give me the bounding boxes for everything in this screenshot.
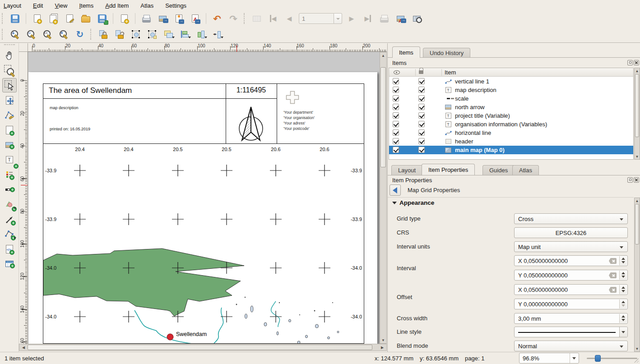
- move-item-content-button[interactable]: [2, 93, 17, 107]
- zoom-dropdown-arrow[interactable]: [570, 353, 579, 363]
- refresh-button[interactable]: [73, 28, 87, 41]
- toolbar-grip[interactable]: [2, 29, 5, 40]
- close-panel-button[interactable]: [634, 60, 639, 65]
- redo-button[interactable]: [227, 12, 240, 25]
- last-feature-button[interactable]: [361, 12, 375, 25]
- menu-settings[interactable]: Settings: [165, 2, 186, 9]
- scroll-up-button[interactable]: ▲: [635, 68, 640, 74]
- add-scalebar-button[interactable]: [2, 182, 17, 197]
- clear-icon[interactable]: [609, 287, 617, 293]
- toolbar-grip[interactable]: [4, 44, 15, 47]
- atlas-page-input[interactable]: 1: [299, 13, 334, 24]
- export-svg-button[interactable]: [172, 12, 186, 25]
- atlas-settings-button[interactable]: [250, 12, 264, 25]
- interval-y-input[interactable]: Y 0,050000000000: [514, 270, 628, 281]
- canvas-vertical-scrollbar[interactable]: ▲ ▼: [380, 52, 387, 344]
- add-page-button[interactable]: [2, 123, 17, 137]
- menu-items[interactable]: Items: [79, 2, 93, 9]
- scrollbar-thumb[interactable]: [635, 74, 639, 137]
- add-attribute-table-button[interactable]: [2, 257, 17, 271]
- toolbar-grip[interactable]: [2, 13, 5, 24]
- scrollbar-thumb[interactable]: [28, 345, 372, 350]
- float-panel-button[interactable]: [627, 177, 633, 183]
- select-move-item-button[interactable]: [2, 78, 17, 92]
- lock-checkbox[interactable]: [418, 78, 425, 84]
- zoom-full-button[interactable]: [57, 28, 70, 41]
- properties-scrollbar[interactable]: ▲ ▼: [634, 198, 640, 352]
- scroll-down-button[interactable]: ▼: [635, 346, 640, 351]
- zoom-level-combobox[interactable]: 96.8%: [519, 353, 579, 364]
- lock-checkbox[interactable]: [418, 138, 425, 144]
- items-row[interactable]: project title (Variable): [389, 111, 633, 120]
- visibility-checkbox[interactable]: [393, 112, 399, 119]
- scroll-right-button[interactable]: ▶: [379, 344, 385, 350]
- collapse-arrow-icon[interactable]: [392, 202, 397, 207]
- spinner[interactable]: [619, 299, 627, 309]
- toolbar-grip[interactable]: [90, 29, 93, 40]
- resize-items-button[interactable]: [210, 28, 224, 41]
- menu-layout[interactable]: Layout: [4, 2, 21, 9]
- float-panel-button[interactable]: [627, 60, 633, 65]
- group-items-button[interactable]: [129, 28, 143, 41]
- offset-y-input[interactable]: Y 0,000000000000: [514, 299, 628, 309]
- raise-items-button[interactable]: [162, 28, 175, 41]
- scroll-left-button[interactable]: ◀: [20, 344, 27, 350]
- export-atlas-button[interactable]: [394, 12, 407, 25]
- spinner[interactable]: [619, 271, 627, 280]
- export-image-button[interactable]: [156, 12, 169, 25]
- visibility-checkbox[interactable]: [393, 95, 399, 101]
- visibility-checkbox[interactable]: [393, 121, 399, 127]
- items-row[interactable]: header: [389, 137, 633, 146]
- first-feature-button[interactable]: [266, 12, 280, 25]
- back-button[interactable]: [390, 184, 401, 196]
- clear-icon[interactable]: [609, 272, 617, 278]
- scroll-down-button[interactable]: ▼: [635, 154, 640, 159]
- tab-atlas[interactable]: Atlas: [512, 165, 539, 175]
- scrollbar-thumb[interactable]: [380, 67, 386, 167]
- clear-icon[interactable]: [609, 258, 617, 264]
- edit-nodes-button[interactable]: [2, 108, 17, 122]
- pan-tool-button[interactable]: [2, 48, 17, 63]
- new-report-button[interactable]: [117, 12, 131, 25]
- scroll-down-button[interactable]: ▼: [380, 337, 386, 343]
- add-picture-button[interactable]: [2, 138, 17, 152]
- next-feature-button[interactable]: [345, 12, 358, 25]
- close-panel-button[interactable]: [634, 177, 639, 183]
- items-row-selected[interactable]: main map (Map 0): [389, 146, 633, 154]
- tab-guides[interactable]: Guides: [482, 165, 515, 175]
- open-button[interactable]: [79, 12, 93, 25]
- add-arrow-button[interactable]: [2, 212, 17, 226]
- distribute-items-button[interactable]: [194, 28, 208, 41]
- tab-items[interactable]: Items: [392, 46, 420, 58]
- zoom-tool-button[interactable]: [2, 63, 17, 78]
- visibility-checkbox[interactable]: [393, 147, 399, 153]
- canvas-horizontal-scrollbar[interactable]: ◀ ▶: [19, 344, 387, 351]
- layout-canvas[interactable]: The area of Swellendam 1:116495 map desc…: [28, 52, 380, 344]
- add-legend-button[interactable]: [2, 167, 17, 182]
- undo-button[interactable]: [210, 12, 224, 25]
- visibility-checkbox[interactable]: [393, 104, 399, 110]
- print-button[interactable]: [139, 12, 153, 25]
- lock-checkbox[interactable]: [418, 87, 425, 93]
- add-node-item-button[interactable]: [2, 227, 17, 241]
- export-pdf-button[interactable]: [188, 12, 202, 25]
- menu-add-item[interactable]: Add Item: [105, 2, 129, 9]
- lock-items-button[interactable]: [97, 28, 110, 41]
- scrollbar-thumb[interactable]: [635, 204, 639, 244]
- scroll-up-button[interactable]: ▲: [380, 52, 386, 59]
- add-html-button[interactable]: [2, 242, 17, 256]
- items-row[interactable]: organisation information (Variables): [389, 120, 633, 129]
- visibility-checkbox[interactable]: [393, 129, 399, 136]
- blend-mode-select[interactable]: Normal: [514, 341, 628, 351]
- zoom-slider[interactable]: [587, 358, 637, 359]
- items-row[interactable]: vertical line 1: [389, 77, 633, 86]
- align-items-button[interactable]: [178, 28, 191, 41]
- visibility-checkbox[interactable]: [393, 78, 399, 84]
- visibility-checkbox[interactable]: [393, 87, 399, 93]
- zoom-out-button[interactable]: [24, 28, 38, 41]
- interval-x-input[interactable]: X 0,050000000000: [514, 255, 628, 266]
- items-row[interactable]: north arrow: [389, 103, 633, 111]
- toolbar-grip[interactable]: [244, 13, 246, 24]
- spinner[interactable]: [619, 256, 627, 265]
- unlock-all-button[interactable]: [113, 28, 126, 41]
